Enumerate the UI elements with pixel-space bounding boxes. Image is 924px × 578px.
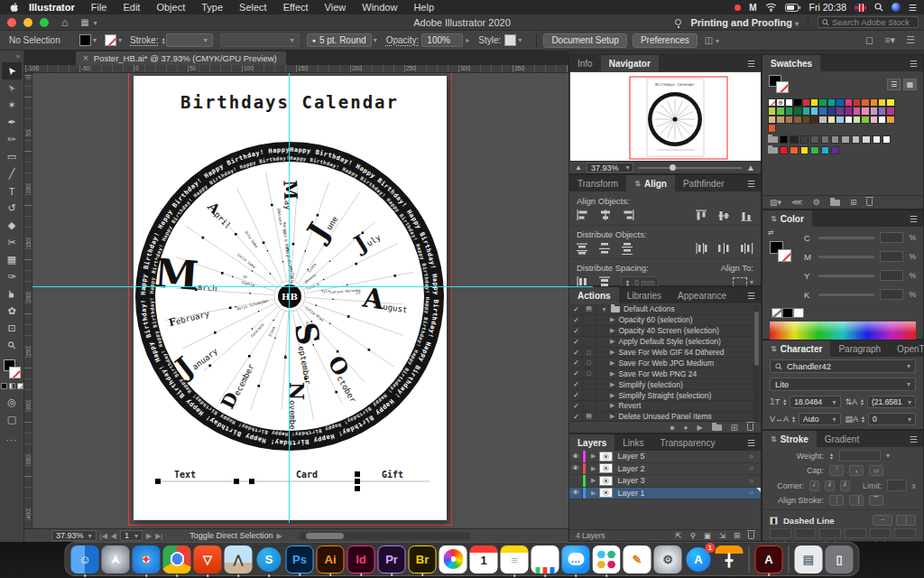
menu-edit[interactable]: Edit: [115, 2, 148, 13]
expand-arrow-icon[interactable]: ▶: [610, 327, 614, 334]
expand-arrow-icon[interactable]: ▶: [610, 413, 614, 420]
swatch[interactable]: [852, 135, 860, 144]
swatch[interactable]: [861, 98, 869, 107]
battery-icon[interactable]: [785, 4, 801, 12]
channel-slider[interactable]: [818, 237, 874, 239]
navigator-preview[interactable]: Birthdays Calendar: [570, 72, 761, 162]
swatch[interactable]: [845, 98, 853, 107]
color-panel-menu-icon[interactable]: ☰: [904, 210, 923, 227]
swatch[interactable]: [827, 98, 836, 107]
swatch[interactable]: [827, 116, 836, 124]
window-minimize-button[interactable]: [23, 18, 32, 27]
dash-value-field[interactable]: [819, 528, 841, 538]
tab-color[interactable]: ⇅Color: [762, 210, 812, 227]
stop-playing-icon[interactable]: ■: [670, 424, 675, 432]
home-icon[interactable]: ⌂: [61, 16, 68, 29]
rotate-tool[interactable]: ↺: [2, 200, 22, 217]
swatch[interactable]: [800, 135, 808, 144]
layer-row-layer-5[interactable]: 👁▶Layer 5○: [569, 451, 761, 463]
gradient-mode-icon[interactable]: [9, 383, 15, 389]
layer-expand-arrow[interactable]: ▶: [591, 465, 596, 472]
swatch[interactable]: [853, 116, 861, 124]
none-swatch[interactable]: [772, 308, 782, 318]
zoom-out-icon[interactable]: ▲: [575, 163, 582, 172]
layer-row-layer-2[interactable]: 👁▶Layer 2○: [569, 463, 761, 476]
isolate-icon[interactable]: ◫ ▾: [705, 35, 719, 45]
tab-pathfinder[interactable]: Pathfinder: [675, 175, 733, 191]
black-swatch[interactable]: [782, 308, 793, 318]
panel-menu-icon[interactable]: ☰: [906, 34, 915, 46]
dock-indesign[interactable]: Id: [347, 545, 375, 573]
zoom-tool[interactable]: ⚲: [2, 337, 22, 354]
tab-transparency[interactable]: Transparency: [652, 434, 724, 451]
dock-app-store[interactable]: A1: [685, 545, 713, 573]
magic-wand-tool[interactable]: ✶: [2, 97, 22, 114]
expand-arrow-icon[interactable]: ▶: [610, 316, 614, 323]
swatch[interactable]: [821, 146, 829, 154]
swatch[interactable]: [821, 135, 829, 144]
tab-links[interactable]: Links: [614, 434, 651, 451]
none-mode-icon[interactable]: [17, 383, 23, 389]
horizontal-ruler[interactable]: -100-50050100150200250300350400: [24, 65, 593, 73]
swatches-panel-menu-icon[interactable]: ☰: [904, 55, 923, 71]
swatch[interactable]: [873, 135, 881, 144]
dock-project-window[interactable]: ▤: [795, 545, 823, 573]
artboard-nav-prev[interactable]: ◀: [111, 532, 116, 540]
dash-value-field[interactable]: [795, 528, 817, 538]
swatch[interactable]: [836, 98, 844, 107]
expand-arrow-icon[interactable]: ▶: [610, 381, 614, 388]
align-outside-icon[interactable]: ▔: [869, 495, 883, 506]
app-status-icon[interactable]: M: [749, 3, 756, 13]
swatch[interactable]: [841, 135, 849, 144]
dash-value-field[interactable]: [845, 528, 866, 538]
align-glyphs-icon[interactable]: ≡▾: [884, 34, 895, 46]
action-row[interactable]: ✓▶Apply Default Style (selection): [570, 337, 753, 348]
document-tab[interactable]: × Poster_HB.ai* @ 37.93% (CMYK/GPU Previ…: [76, 51, 286, 65]
dock-pages[interactable]: ✎: [624, 545, 651, 573]
swatch[interactable]: [810, 135, 818, 144]
swatch[interactable]: [861, 116, 869, 124]
align-horizontal-right-icon[interactable]: [622, 210, 634, 221]
dock-photos[interactable]: [439, 545, 467, 573]
action-row[interactable]: ✓□▶Save For Web PNG 24: [570, 368, 753, 379]
show-kinds-icon[interactable]: ⋘: [791, 198, 803, 207]
edit-toolbar-icon[interactable]: ···: [6, 435, 18, 445]
channel-slider[interactable]: [818, 275, 874, 277]
swatch[interactable]: [886, 107, 894, 115]
paintbrush-tool[interactable]: ✏: [2, 131, 22, 148]
align-center-icon[interactable]: ╎: [829, 495, 844, 506]
tab-navigator[interactable]: Navigator: [601, 55, 659, 71]
dash-value-field[interactable]: [770, 528, 791, 538]
action-dialog-toggle[interactable]: [583, 390, 596, 400]
action-checkmark-icon[interactable]: ✓: [570, 304, 583, 314]
spotlight-icon[interactable]: [874, 3, 883, 12]
swatch[interactable]: [785, 107, 793, 115]
tab-info[interactable]: Info: [569, 55, 601, 71]
swatch[interactable]: [870, 98, 878, 107]
action-dialog-toggle[interactable]: □: [583, 368, 596, 378]
channel-slider[interactable]: [818, 256, 874, 258]
swatch[interactable]: [793, 116, 801, 124]
dock-trash[interactable]: ▯: [826, 545, 854, 573]
layer-target-icon[interactable]: ○: [749, 464, 753, 472]
color-group-folder-icon[interactable]: [768, 147, 778, 154]
workspace-switcher[interactable]: Printing and Proofing ▾: [690, 17, 799, 28]
action-checkmark-icon[interactable]: ✓: [570, 348, 583, 358]
action-row[interactable]: ✓▶Simplify Straight (selection): [570, 390, 753, 401]
expand-arrow-icon[interactable]: ▶: [610, 392, 614, 399]
color-group-folder-icon[interactable]: [768, 136, 778, 143]
keyboard-layout-flag-icon[interactable]: [855, 4, 866, 12]
swatch[interactable]: [836, 107, 844, 115]
layer-target-icon[interactable]: ○: [749, 489, 753, 497]
tab-opentype[interactable]: OpenType: [889, 340, 924, 357]
distribute-vertical-top-icon[interactable]: [577, 243, 589, 255]
dock-system-preferences[interactable]: ⚙: [654, 545, 682, 573]
action-checkmark-icon[interactable]: ✓: [570, 401, 583, 411]
status-expand-arrow[interactable]: ▶: [276, 532, 282, 540]
font-style-field[interactable]: Lite▾: [770, 378, 916, 391]
action-dialog-toggle[interactable]: □: [583, 358, 596, 368]
swatch[interactable]: [886, 116, 894, 124]
toolbar-expand-icon[interactable]: »: [13, 51, 23, 62]
dock-brave[interactable]: ▽: [194, 545, 222, 573]
tab-menu-icon[interactable]: ☰: [742, 434, 761, 451]
